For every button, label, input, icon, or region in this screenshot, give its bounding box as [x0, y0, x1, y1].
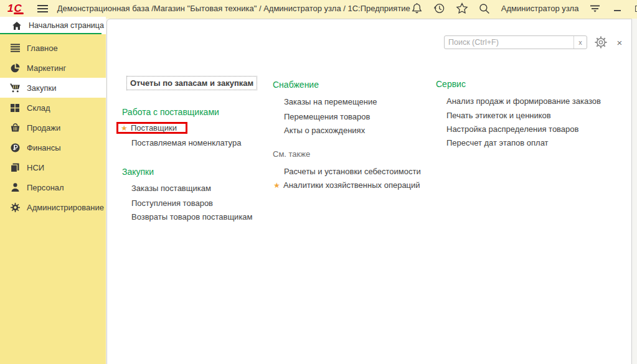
group-header-service: Сервис: [436, 79, 466, 89]
logo-swoosh: [14, 12, 24, 14]
maximize-button[interactable]: [632, 2, 637, 15]
link-returns-to-suppliers[interactable]: Возвраты товаров поставщикам: [131, 212, 253, 222]
link-label: Печать этикеток и ценников: [446, 111, 551, 120]
link-label: Расчеты и установки себестоимости: [284, 167, 421, 176]
link-orders-to-suppliers[interactable]: Заказы поставщикам: [131, 184, 211, 193]
gear-icon: [10, 203, 20, 212]
link-suppliers[interactable]: ★ Поставщики: [121, 123, 177, 133]
sidebar-item-nsi[interactable]: НСИ: [0, 157, 106, 177]
search-input[interactable]: [445, 36, 573, 49]
sidebar-item-zakupki[interactable]: Закупки: [0, 78, 106, 98]
ruble-icon: [10, 143, 20, 152]
sidebar-item-administrirovanie[interactable]: Администрирование: [0, 197, 106, 217]
pie-chart-icon: [10, 63, 20, 73]
sidebar-item-label: Маркетинг: [27, 63, 66, 73]
link-label: Акты о расхождениях: [284, 126, 365, 135]
sidebar-item-label: Финансы: [27, 143, 61, 152]
main-menu-button[interactable]: [36, 1, 49, 16]
sidebar-item-label: Начальная страница: [29, 21, 104, 30]
link-label: Поставщики: [131, 123, 177, 133]
link-label: Аналитики хозяйственных операций: [283, 180, 420, 190]
see-also-label: См. также: [273, 149, 310, 159]
link-goods-receipts[interactable]: Поступления товаров: [131, 198, 213, 208]
sidebar-item-label: Главное: [27, 44, 58, 53]
link-label: Возвраты товаров поставщикам: [131, 212, 253, 222]
sidebar-item-label: Продажи: [27, 123, 60, 133]
group-header-purchases: Закупки: [122, 167, 154, 177]
panel-close-button[interactable]: ×: [613, 35, 626, 49]
link-cost-calculations[interactable]: Расчеты и установки себестоимости: [284, 167, 421, 176]
window-titlebar: 1С Демонстрационная база /Магазин "Бытов…: [0, 0, 637, 19]
home-icon: [12, 22, 22, 30]
sidebar-item-label: Склад: [27, 103, 50, 113]
sidebar-item-label: Персонал: [27, 183, 64, 192]
favorite-star-icon[interactable]: ★: [273, 181, 283, 190]
active-tab-underline: [0, 33, 101, 34]
connection-speed-icon[interactable]: [588, 2, 602, 16]
group-header-work-with-suppliers: Работа с поставщиками: [122, 107, 219, 117]
minimize-button[interactable]: [611, 2, 623, 15]
logo-text: 1С: [7, 4, 22, 13]
link-label: Перемещения товаров: [284, 112, 370, 121]
link-label: Настройка распределения товаров: [446, 124, 578, 134]
link-discrepancy-acts[interactable]: Акты о расхождениях: [284, 126, 365, 135]
favorites-star-icon[interactable]: [455, 2, 469, 16]
sidebar-item-marketing[interactable]: Маркетинг: [0, 58, 106, 78]
sidebar-item-sklad[interactable]: Склад: [0, 98, 106, 118]
link-label: Поступления товаров: [131, 198, 213, 208]
reports-on-stock-purchases-button[interactable]: Отчеты по запасам и закупкам: [126, 76, 257, 90]
link-labels-printing[interactable]: Печать этикеток и ценников: [446, 111, 551, 120]
sidebar-item-home[interactable]: Начальная страница: [0, 17, 106, 34]
sidebar-item-finansy[interactable]: Финансы: [0, 138, 106, 157]
person-icon: [10, 183, 20, 192]
window-title: Демонстрационная база /Магазин "Бытовая …: [57, 4, 410, 13]
group-header-supply: Снабжение: [273, 80, 319, 90]
link-business-operation-analytics[interactable]: ★ Аналитики хозяйственных операций: [273, 180, 420, 190]
sidebar-item-label: Закупки: [27, 83, 56, 93]
books-icon: [10, 163, 20, 172]
current-user[interactable]: Администратор узла: [501, 4, 579, 13]
link-label: Поставляемая номенклатура: [131, 138, 241, 147]
sidebar-item-personal[interactable]: Персонал: [0, 177, 106, 197]
link-label: Анализ продаж и формирование заказов: [446, 96, 601, 106]
link-label: Заказы на перемещение: [284, 97, 377, 106]
link-transfer-orders[interactable]: Заказы на перемещение: [284, 97, 377, 106]
global-search-icon[interactable]: [478, 2, 491, 16]
link-supplied-nomenclature[interactable]: Поставляемая номенклатура: [131, 138, 241, 147]
link-sales-analysis[interactable]: Анализ продаж и формирование заказов: [446, 96, 601, 106]
notifications-bell-icon[interactable]: [410, 2, 424, 16]
favorite-star-icon[interactable]: ★: [121, 124, 131, 133]
history-icon[interactable]: [433, 2, 446, 16]
search-box: x: [444, 35, 587, 49]
section-functions-panel: x × Отчеты по запасам и закупкам Работа …: [106, 19, 632, 364]
sections-sidebar: Начальная страница Главное Маркетинг: [0, 17, 106, 364]
1c-logo-icon: 1С: [7, 4, 24, 13]
sidebar-item-label: Администрирование: [27, 203, 104, 212]
basket-icon: [10, 123, 20, 132]
link-payment-dates-recalculation[interactable]: Пересчет дат этапов оплат: [446, 138, 549, 147]
sidebar-item-glavnoe[interactable]: Главное: [0, 38, 106, 58]
grid-icon: [10, 104, 20, 112]
panel-settings-gear-icon[interactable]: [594, 35, 608, 49]
link-goods-distribution-setup[interactable]: Настройка распределения товаров: [446, 124, 578, 134]
search-clear-button[interactable]: x: [573, 36, 587, 49]
link-label: Заказы поставщикам: [131, 184, 211, 193]
cart-icon: [10, 83, 20, 93]
sidebar-item-label: НСИ: [27, 163, 44, 172]
link-label: Пересчет дат этапов оплат: [446, 138, 549, 147]
sidebar-item-prodazhi[interactable]: Продажи: [0, 118, 106, 138]
link-goods-transfers[interactable]: Перемещения товаров: [284, 112, 370, 121]
list-icon: [10, 44, 20, 52]
